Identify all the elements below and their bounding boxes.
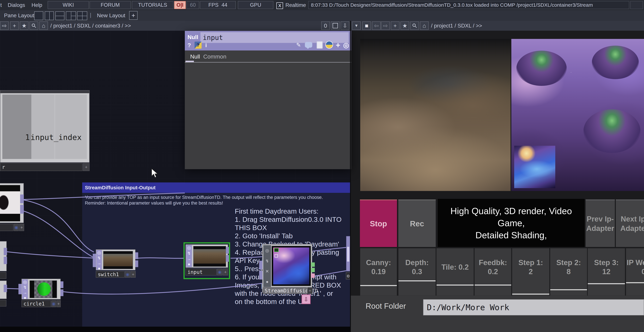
webcam-output-connector[interactable]: [20, 194, 24, 203]
depth-slider[interactable]: Depth:0.3: [398, 248, 436, 296]
switch1-input-connector[interactable]: [93, 254, 96, 267]
left-breadcrumb[interactable]: / project1 / SDXL / container3 / >>: [50, 23, 131, 29]
bookmark-star-icon[interactable]: ★: [400, 22, 409, 30]
layout-single-icon[interactable]: [34, 12, 43, 20]
search-icon[interactable]: [30, 22, 38, 30]
switch1-output-connector[interactable]: [135, 252, 138, 259]
bypass-flag-icon[interactable]: ↯: [265, 258, 269, 264]
feedback-slider[interactable]: Feedbk:0.2: [474, 248, 511, 296]
rec-button[interactable]: Rec: [398, 200, 436, 247]
circle1-node[interactable]: ◎ ↯ → ●: [22, 279, 61, 300]
bullseye-icon[interactable]: ◎: [343, 41, 349, 49]
prev-ipadapter-button[interactable]: Prev Ip- Adapter: [586, 200, 615, 247]
back-arrow-icon[interactable]: ⇦: [372, 22, 381, 30]
export-flag-icon[interactable]: →: [97, 260, 101, 266]
python-icon[interactable]: [325, 41, 333, 49]
edge-node-output-connector[interactable]: [4, 257, 7, 264]
right-breadcrumb[interactable]: / project1 / SDXL / >>: [431, 23, 482, 29]
switch1-flag-strip[interactable]: ◎ ↯ → ●: [96, 250, 102, 270]
viewer-flag-icon[interactable]: ◎: [187, 245, 191, 250]
input-output-connector[interactable]: [226, 255, 229, 262]
streamdiffusiontd-node[interactable]: ◎ ↯ ✕ ●: [262, 244, 312, 292]
root-folder-field[interactable]: [423, 299, 644, 316]
cook-flag-icon[interactable]: ●: [98, 266, 100, 271]
forum-button[interactable]: FORUM: [90, 1, 131, 9]
ipweight-slider[interactable]: IP Weight:0.: [626, 248, 644, 296]
layout-two-columns-icon[interactable]: [45, 12, 54, 20]
tab-null[interactable]: Null: [190, 53, 200, 60]
bypass-flag-icon[interactable]: ↯: [187, 251, 191, 256]
switch1-name-bar[interactable]: switch1: [96, 271, 124, 278]
webcam-output-connector[interactable]: [20, 205, 24, 214]
layout-three-pane-icon[interactable]: [66, 12, 76, 20]
circle1-input-connector[interactable]: [18, 284, 22, 294]
home-icon[interactable]: ⌂: [420, 22, 429, 30]
pane-menu-dropdown-icon[interactable]: ▼: [352, 22, 361, 30]
index-zero-button[interactable]: 0: [321, 22, 330, 30]
bypass-flag-icon[interactable]: ↯: [23, 285, 27, 290]
copy-parameters-icon[interactable]: [317, 41, 323, 49]
sd-expand-button[interactable]: +: [307, 287, 312, 294]
python-help-icon[interactable]: ?: [194, 42, 202, 49]
new-layout-label[interactable]: New Layout: [97, 12, 125, 18]
table-dat-node[interactable]: 1 input_index: [0, 90, 90, 163]
cook-flag-icon[interactable]: ●: [188, 262, 190, 267]
input-flag-strip[interactable]: ◎ ↯ → ●: [186, 245, 192, 267]
sd-output-connector[interactable]: [311, 268, 315, 272]
tutorials-button[interactable]: TUTORIALS: [132, 1, 174, 9]
bypass-flag-icon[interactable]: ↯: [97, 255, 101, 260]
comment-bubble-icon[interactable]: [305, 42, 312, 48]
menu-fragment[interactable]: t: [0, 2, 2, 8]
layout-four-grid-icon[interactable]: [77, 12, 87, 20]
tile-slider[interactable]: Tile: 0.2: [436, 248, 474, 296]
sd-input-connector[interactable]: [259, 261, 262, 270]
tab-common[interactable]: Common: [203, 53, 226, 60]
sd-output-connector[interactable]: [311, 262, 315, 267]
circle1-output-connector[interactable]: [60, 290, 64, 296]
step3-slider[interactable]: Step 3:12: [588, 248, 625, 296]
sd-name-bar[interactable]: StreamDiffusionTD: [263, 287, 307, 294]
webcam-name-bar[interactable]: [0, 224, 14, 231]
input-node[interactable]: ◎ ↯ → ●: [186, 244, 228, 268]
input-output-connector[interactable]: [226, 247, 229, 254]
step1-slider[interactable]: Step 1:2: [512, 248, 550, 296]
help-icon[interactable]: ?: [188, 42, 191, 48]
canny-slider[interactable]: Canny:0.19: [360, 248, 397, 296]
forward-arrow-icon[interactable]: ⇨: [0, 22, 9, 30]
viewer-flag-icon[interactable]: ◎: [97, 250, 101, 255]
menu-help[interactable]: Help: [32, 2, 42, 8]
menu-dialogs[interactable]: Dialogs: [8, 2, 25, 8]
layout-two-rows-icon[interactable]: [55, 12, 64, 20]
export-flag-icon[interactable]: →: [23, 290, 27, 295]
edge-output-connector-bar[interactable]: [346, 236, 350, 271]
add-operator-icon[interactable]: +: [10, 22, 19, 30]
gpu-button[interactable]: GPU: [238, 1, 273, 9]
edge-node-name-bar[interactable]: [0, 272, 6, 279]
home-icon[interactable]: ⌂: [39, 22, 48, 30]
collapse-pane-icon[interactable]: ⇩: [340, 22, 349, 30]
sd-flag-strip[interactable]: ◎ ↯ ✕ ●: [263, 245, 271, 287]
step2-slider[interactable]: Step 2:8: [550, 248, 587, 296]
webcam-expand-button[interactable]: +: [19, 224, 24, 231]
switch1-node[interactable]: ◎ ↯ → ●: [96, 249, 136, 270]
search-icon[interactable]: [410, 22, 419, 30]
switch1-comment-button[interactable]: ◉: [125, 271, 130, 278]
viewer-flag-icon[interactable]: ◎: [23, 280, 27, 285]
circle1-expand-button[interactable]: +: [56, 300, 61, 307]
new-layout-add-button[interactable]: +: [129, 11, 138, 20]
viewer-flag-icon[interactable]: ◎: [265, 248, 269, 253]
sd-download-box[interactable]: ⇩: [302, 294, 310, 304]
stop-button[interactable]: Stop: [360, 200, 397, 247]
add-parameter-icon[interactable]: +: [336, 40, 340, 50]
export-flag-icon[interactable]: →: [187, 256, 191, 262]
edge-node-fragment[interactable]: [0, 241, 7, 271]
edge-node-name-bar[interactable]: [0, 300, 6, 306]
edge-node-output-connector[interactable]: [4, 285, 7, 292]
close-icon[interactable]: ✕: [265, 269, 269, 274]
info-icon[interactable]: i: [205, 42, 207, 48]
edit-comment-icon[interactable]: ✎: [296, 42, 301, 48]
table-node-expand-button[interactable]: +: [83, 163, 90, 171]
switch1-output-connector[interactable]: [135, 260, 138, 267]
forward-arrow-icon[interactable]: ⇨: [381, 22, 390, 30]
circle1-name-bar[interactable]: circle1: [22, 300, 51, 307]
